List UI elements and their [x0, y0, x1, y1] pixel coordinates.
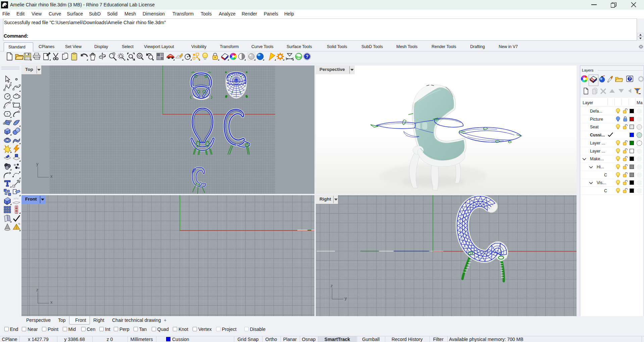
svg-text:?: ?	[629, 77, 631, 81]
svg-text:?: ?	[306, 54, 309, 59]
